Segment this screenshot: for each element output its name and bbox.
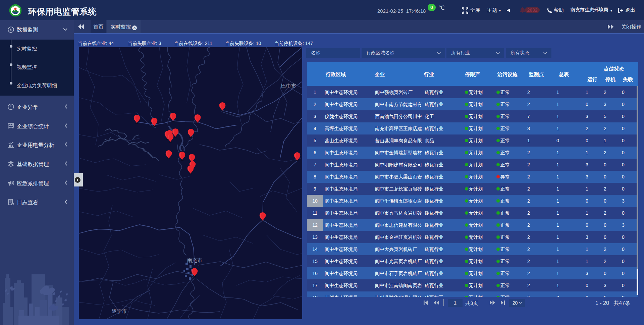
svg-text:遂宁市: 遂宁市 (112, 308, 127, 314)
svg-text:巴中市: 巴中市 (281, 83, 296, 89)
svg-text:南充市: 南充市 (187, 257, 202, 263)
